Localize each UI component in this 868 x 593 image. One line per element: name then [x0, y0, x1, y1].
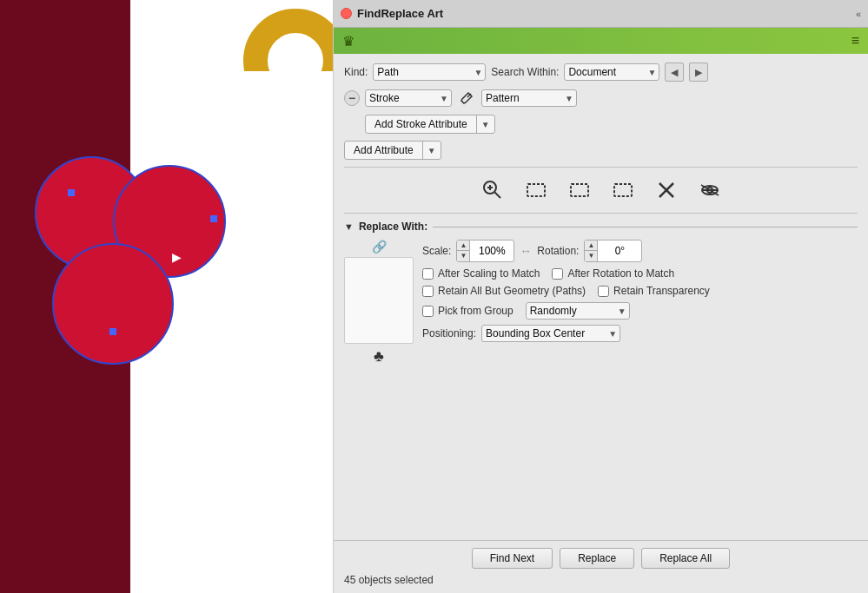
add-to-selection-button[interactable] [564, 175, 595, 206]
retain-row: Retain All But Geometry (Paths) Retain T… [422, 285, 858, 297]
title-bar: × FindReplace Art « [334, 0, 868, 28]
add-stroke-attribute-button[interactable]: Add Stroke Attribute ▼ [365, 115, 495, 134]
replace-all-button[interactable]: Replace All [641, 548, 730, 569]
kind-select-wrap: Path Group Text Image ▼ [373, 63, 486, 81]
find-next-button[interactable]: Find Next [472, 548, 553, 569]
action-buttons: Find Next Replace Replace All [344, 548, 858, 569]
kind-label: Kind: [344, 66, 368, 78]
rotation-label: Rotation: [537, 245, 579, 257]
randomly-select[interactable]: Randomly In Order Reverse Order [526, 302, 630, 320]
after-rotation-checkbox[interactable] [552, 268, 563, 280]
status-text: 45 objects selected [344, 574, 858, 586]
pick-from-group-text: Pick from Group [438, 305, 514, 317]
zoom-search-button[interactable] [477, 175, 508, 206]
dot-bl [109, 328, 116, 335]
search-within-select[interactable]: Document Selection Layer [564, 63, 659, 81]
subtract-from-selection-button[interactable] [607, 175, 639, 206]
after-scaling-checkbox-label[interactable]: After Scaling to Match [422, 267, 540, 280]
replace-button[interactable]: Replace [560, 548, 634, 569]
retain-transparency-checkbox-label[interactable]: Retain Transparency [598, 285, 710, 297]
scale-up-arrow[interactable]: ▲ [457, 240, 469, 251]
art-preview [344, 257, 414, 344]
add-attribute-arrow: ▼ [423, 143, 441, 158]
divider-2 [344, 213, 858, 214]
replace-with-toggle[interactable]: ▼ [344, 221, 354, 232]
close-button[interactable]: × [341, 8, 352, 19]
link-icon: 🔗 [372, 240, 387, 254]
pick-from-group-checkbox-label[interactable]: Pick from Group [422, 305, 514, 317]
retain-geometry-checkbox[interactable] [422, 286, 434, 297]
title-bar-left: × FindReplace Art [341, 7, 443, 20]
after-scaling-checkbox[interactable] [422, 268, 434, 280]
add-stroke-attribute-row: Add Stroke Attribute ▼ [365, 115, 858, 134]
replace-options: Scale: ▲ ▼ 100% ↔ Rotation: ▲ ▼ [422, 240, 858, 366]
club-icon: ♣ [374, 347, 384, 366]
svg-rect-7 [614, 184, 632, 196]
positioning-row: Positioning: Bounding Box Center Top Lef… [422, 325, 858, 342]
icon-row [344, 175, 858, 206]
search-within-select-wrap: Document Selection Layer ▼ [564, 63, 659, 81]
after-rotation-checkbox-label[interactable]: After Rotation to Match [552, 267, 674, 280]
after-rotation-text: After Rotation to Match [567, 267, 674, 280]
canvas-area: ▶ [0, 0, 337, 593]
scale-label: Scale: [422, 245, 451, 257]
clear-button[interactable] [651, 175, 682, 206]
collapse-button[interactable]: « [856, 9, 861, 19]
green-bar: ♛ ≡ [334, 28, 868, 54]
scale-value[interactable]: 100% [470, 243, 514, 259]
svg-rect-5 [527, 184, 545, 196]
scale-input: ▲ ▼ 100% [456, 240, 514, 262]
remove-attribute-button[interactable]: − [344, 90, 360, 106]
divider-1 [344, 167, 858, 168]
nav-prev-button[interactable]: ◀ [665, 63, 684, 82]
stroke-select[interactable]: Stroke Fill Opacity [365, 89, 452, 107]
retain-transparency-text: Retain Transparency [613, 285, 710, 297]
replace-body: 🔗 ♣ Scale: ▲ ▼ 100% ↔ Rotatio [344, 240, 858, 366]
circle-bottom [52, 243, 174, 365]
svg-rect-6 [571, 184, 588, 196]
add-stroke-attribute-arrow: ▼ [477, 117, 494, 132]
panel-title: FindReplace Art [357, 7, 443, 20]
cursor: ▶ [172, 250, 182, 264]
replace-with-header: ▼ Replace With: [344, 221, 858, 233]
bottom-bar: Find Next Replace Replace All 45 objects… [334, 540, 868, 593]
positioning-label: Positioning: [422, 327, 476, 339]
nav-next-button[interactable]: ▶ [689, 63, 708, 82]
panel-content: Kind: Path Group Text Image ▼ Search Wit… [334, 54, 868, 540]
pick-from-group-checkbox[interactable] [422, 306, 434, 317]
stroke-select-wrap: Stroke Fill Opacity ▼ [365, 89, 452, 107]
search-within-label: Search Within: [491, 66, 559, 78]
pattern-select[interactable]: Pattern Solid Gradient [481, 89, 577, 107]
add-attribute-button[interactable]: Add Attribute ▼ [344, 141, 441, 160]
menu-icon[interactable]: ≡ [851, 33, 859, 49]
rotation-down-arrow[interactable]: ▼ [585, 251, 597, 261]
scale-arrows: ▲ ▼ [457, 240, 470, 261]
pick-group-row: Pick from Group Randomly In Order Revers… [422, 302, 858, 320]
retain-geometry-text: Retain All But Geometry (Paths) [438, 285, 586, 297]
select-rect-button[interactable] [520, 175, 552, 206]
randomly-select-wrap: Randomly In Order Reverse Order ▼ [526, 302, 630, 320]
add-stroke-attribute-label: Add Stroke Attribute [366, 115, 477, 133]
svg-line-2 [494, 193, 500, 199]
retain-transparency-checkbox[interactable] [598, 286, 609, 297]
scale-row: Scale: ▲ ▼ 100% ↔ Rotation: ▲ ▼ [422, 240, 858, 262]
kind-select[interactable]: Path Group Text Image [373, 63, 486, 81]
section-line [433, 227, 858, 227]
add-attribute-label: Add Attribute [345, 142, 423, 159]
stroke-pattern-row: − Stroke Fill Opacity ▼ Pattern Solid [344, 89, 858, 108]
positioning-select[interactable]: Bounding Box Center Top Left Center Orig… [481, 325, 620, 342]
pattern-select-wrap: Pattern Solid Gradient ▼ [481, 89, 577, 107]
scale-link-icon: ↔ [520, 244, 532, 258]
rotation-value[interactable]: 0° [598, 243, 641, 259]
rotation-up-arrow[interactable]: ▲ [585, 240, 597, 251]
add-attribute-row: Add Attribute ▼ [344, 141, 858, 160]
hide-button[interactable] [694, 175, 726, 206]
retain-geometry-checkbox-label[interactable]: Retain All But Geometry (Paths) [422, 285, 586, 297]
dot-tr [210, 215, 217, 222]
positioning-select-wrap: Bounding Box Center Top Left Center Orig… [481, 325, 620, 342]
scale-down-arrow[interactable]: ▼ [457, 251, 469, 261]
kind-row: Kind: Path Group Text Image ▼ Search Wit… [344, 63, 858, 82]
rotation-arrows: ▲ ▼ [585, 240, 598, 261]
panel: × FindReplace Art « ♛ ≡ Kind: Path Group… [333, 0, 868, 593]
eyedropper-button[interactable] [457, 89, 476, 108]
